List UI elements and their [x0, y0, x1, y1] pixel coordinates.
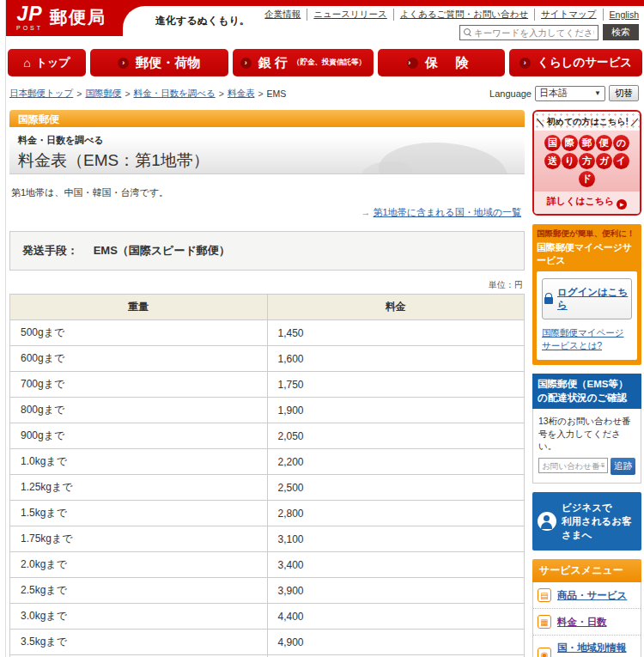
weight-cell: 900gまで: [10, 423, 268, 449]
home-icon: ⌂: [23, 56, 30, 70]
language-switcher: Language 日本語 ▼ 切替: [489, 85, 639, 101]
mypage-title: 国際郵便マイページサービス: [537, 241, 637, 267]
fee-cell: 1,900: [267, 398, 525, 423]
nav-tab-bank[interactable]: › 銀 行 （貯金、投資信託等）: [233, 49, 374, 76]
unit-note: 単位：円: [9, 279, 523, 291]
fee-cell: 3,900: [267, 578, 525, 604]
shipping-guide-banner[interactable]: ＼ 初めての方はこちら! ／ 国際郵便の 送り方ガイド 詳しくはこちら▶: [532, 110, 641, 216]
method-label: 発送手段：: [22, 244, 78, 257]
utility-link-corporate[interactable]: 企業情報: [258, 9, 307, 21]
utility-links: 企業情報 ニュースリリース よくあるご質問・お問い合わせ サイトマップ Engl…: [258, 9, 639, 21]
rate-table: 重量 料金 500gまで1,450 600gまで1,600 700gまで1,75…: [9, 294, 525, 657]
menu-item-country-info[interactable]: ◉ 国・地域別情報 国際郵便条件表: [533, 636, 641, 657]
weight-cell: 2.0kgまで: [10, 552, 268, 578]
track-button[interactable]: 追跡: [611, 458, 635, 475]
guide-banner-more[interactable]: 詳しくはこちら▶: [534, 192, 640, 214]
business-label: ビジネスで 利用されるお客さまへ: [562, 501, 636, 542]
search-button[interactable]: 検索: [603, 24, 639, 40]
breadcrumb-link-rates-days[interactable]: 料金・日数を調べる: [134, 88, 216, 100]
chevron-circle-icon: ›: [118, 58, 129, 69]
jp-post-logo[interactable]: JP POST 郵便局: [16, 4, 106, 31]
weight-cell: 600gまで: [10, 346, 268, 372]
nav-tab-life-services[interactable]: › くらしのサービス: [509, 49, 642, 76]
method-value: EMS（国際スピード郵便）: [94, 244, 230, 257]
table-row: 700gまで1,750: [10, 372, 525, 398]
chevron-circle-icon: ›: [407, 58, 418, 69]
weight-cell: 3.0kgまで: [10, 604, 268, 630]
utility-link-faq[interactable]: よくあるご質問・お問い合わせ: [394, 9, 535, 21]
col-header-weight: 重量: [10, 295, 268, 320]
language-select[interactable]: 日本語 ▼: [535, 86, 605, 101]
page-title: 料金表（EMS：第1地帯）: [18, 149, 516, 172]
rates-icon: ▦: [538, 615, 551, 629]
tracking-number-input[interactable]: [538, 458, 608, 473]
chevron-down-icon: ▼: [594, 89, 601, 97]
page-subtitle: 料金・日数を調べる: [18, 134, 516, 147]
fee-cell: 2,500: [267, 475, 525, 501]
tracking-body: 13桁のお問い合わせ番号を入力してください。 追跡: [532, 409, 641, 484]
menu-item-rates-days[interactable]: ▦ 料金・日数: [533, 609, 641, 636]
nav-tab-top[interactable]: ⌂ トップ: [8, 49, 86, 76]
business-customers-banner[interactable]: ビジネスで 利用されるお客さまへ: [532, 492, 641, 551]
table-row: 800gまで1,900: [10, 398, 525, 423]
jp-logo-icon: JP POST: [16, 4, 43, 31]
weight-cell: 800gまで: [10, 398, 268, 423]
weight-cell: 3.5kgまで: [10, 630, 268, 655]
utility-link-english[interactable]: English: [604, 9, 639, 20]
breadcrumb-link-home[interactable]: 日本郵便トップ: [9, 88, 73, 100]
nav-tab-insurance[interactable]: › 保 険: [378, 49, 505, 76]
guide-banner-circles: 国際郵便の 送り方ガイド: [534, 131, 640, 192]
guide-banner-line3: 送り方ガイド: [537, 152, 637, 188]
sidebar: ＼ 初めての方はこちら! ／ 国際郵便の 送り方ガイド 詳しくはこちら▶ 国際郵…: [532, 110, 641, 657]
fee-cell: 1,750: [267, 372, 525, 398]
table-row: 1.75kgまで3,100: [10, 526, 525, 552]
fee-cell: 2,800: [267, 501, 525, 526]
title-banner: 料金・日数を調べる 料金表（EMS：第1地帯）: [9, 127, 525, 174]
language-switch-button[interactable]: 切替: [609, 85, 639, 101]
search-icon: [464, 28, 471, 36]
service-menu-header: サービスメニュー: [532, 559, 641, 582]
mypage-about-link[interactable]: 国際郵便マイページサービスとは?: [542, 326, 632, 354]
breadcrumb-row: 日本郵便トップ> 国際郵便> 料金・日数を調べる> 料金表> EMS Langu…: [6, 80, 644, 106]
primary-nav: ⌂ トップ › 郵便・荷物 › 銀 行 （貯金、投資信託等） › 保 険 › く…: [6, 40, 644, 80]
main: 国際郵便 料金・日数を調べる 料金表（EMS：第1地帯） 第1地帯は、中国・韓国…: [6, 106, 644, 657]
fee-cell: 1,600: [267, 346, 525, 372]
breadcrumb-link-int-mail[interactable]: 国際郵便: [85, 88, 121, 100]
fee-cell: 1,450: [267, 320, 525, 346]
login-button[interactable]: ログインはこちら: [542, 278, 632, 319]
category-bar: 国際郵便: [9, 110, 525, 127]
tracking-box: 国際郵便（EMS等）の配達状況のご確認 13桁のお問い合わせ番号を入力してくださ…: [532, 374, 641, 484]
zone-description: 第1地帯は、中国・韓国・台湾です。: [11, 186, 525, 199]
shipping-method-box: 発送手段： EMS（国際スピード郵便）: [9, 231, 525, 271]
weight-cell: 2.5kgまで: [10, 578, 268, 604]
weight-cell: 1.5kgまで: [10, 501, 268, 526]
menu-item-products[interactable]: ▤ 商品・サービス: [533, 582, 641, 609]
table-row: 1.0kgまで2,200: [10, 449, 525, 475]
weight-cell: 500gまで: [10, 320, 268, 346]
table-row: 2.5kgまで3,900: [10, 578, 525, 604]
search-input[interactable]: [474, 27, 594, 38]
zone-countries-link[interactable]: 第1地帯に含まれる国・地域の一覧: [374, 207, 521, 217]
tracking-header: 国際郵便（EMS等）の配達状況のご確認: [532, 374, 641, 409]
zone-link-row: →第1地帯に含まれる国・地域の一覧: [9, 206, 521, 219]
mypage-inner: ログインはこちら 国際郵便マイページサービスとは?: [537, 271, 637, 361]
mypage-catchcopy: 国際郵便が簡単、便利に！: [537, 228, 637, 240]
play-icon: ▶: [617, 199, 627, 210]
nav-tab-mail-parcels[interactable]: › 郵便・荷物: [90, 49, 228, 76]
service-menu-body: ▤ 商品・サービス ▦ 料金・日数 ◉ 国・地域別情報 国際郵便条件表: [532, 582, 641, 657]
person-icon: [538, 512, 556, 531]
weight-cell: 1.25kgまで: [10, 475, 268, 501]
fee-cell: 2,050: [267, 423, 525, 449]
breadcrumb-current: EMS: [267, 88, 287, 99]
map-pin-icon: ◉: [538, 648, 551, 657]
breadcrumb-link-rate-table[interactable]: 料金表: [228, 88, 255, 100]
utility-link-news[interactable]: ニュースリリース: [307, 9, 393, 21]
arrow-right-icon: →: [361, 207, 371, 217]
table-row: 1.25kgまで2,500: [10, 475, 525, 501]
table-row: 3.5kgまで4,900: [10, 630, 525, 655]
weight-cell: 1.0kgまで: [10, 449, 268, 475]
utility-link-sitemap[interactable]: サイトマップ: [535, 9, 603, 21]
guide-banner-line1: ＼ 初めての方はこちら! ／: [534, 112, 640, 131]
products-icon: ▤: [538, 588, 551, 602]
fee-cell: 4,400: [267, 604, 525, 630]
